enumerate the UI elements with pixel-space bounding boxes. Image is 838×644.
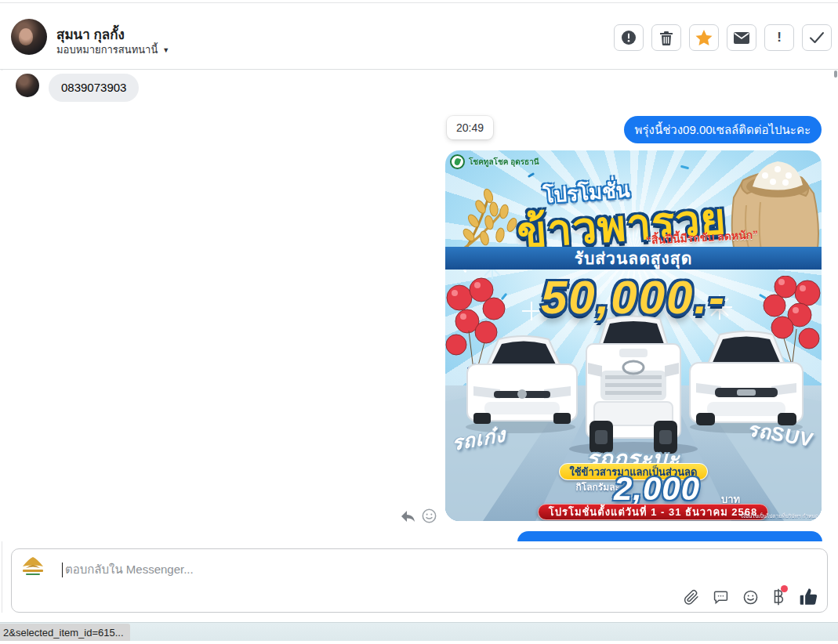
assign-conversation-dropdown[interactable]: มอบหมายการสนทนานี้ ▼ — [56, 42, 169, 58]
header-action-bar: ! — [614, 24, 832, 51]
paperclip-icon[interactable] — [684, 589, 699, 606]
reply-icon[interactable] — [401, 509, 415, 526]
poster-period-pill: โปรโมชั่นตั้งแต่วันที่ 1 - 31 ธันวาคม 25… — [538, 504, 768, 520]
mark-unread-button[interactable] — [727, 24, 756, 51]
timestamp-chip: 20:49 — [447, 116, 493, 139]
reply-placeholder: ตอบกลับใน Messenger... — [65, 560, 194, 579]
browser-status-url: 2&selected_item_id=615... — [0, 624, 130, 641]
saved-replies-icon[interactable] — [713, 589, 729, 605]
alert-circle-icon — [621, 30, 637, 45]
promo-image-attachment[interactable]: โชคทูลโชค อุดรธานี โปรโมชั่น ข้าวพารวย “… — [445, 150, 822, 521]
message-hover-actions — [401, 508, 437, 526]
exclamation-icon: ! — [777, 30, 782, 45]
sedan-car — [466, 336, 577, 433]
delete-button[interactable] — [651, 24, 681, 51]
outgoing-message-bubble[interactable]: พรุ่งนี้ช่วง09.00เซลล์ติดต่อไปนะคะ — [624, 116, 822, 143]
poster-fine-print: *เงื่อนไขเป็นไปตามที่บริษัทฯ กำหนด — [739, 512, 818, 520]
composer-toolbar — [684, 587, 819, 607]
suv-car — [690, 331, 803, 433]
poster-band: รับส่วนลดสูงสุด — [445, 247, 822, 270]
trash-icon — [659, 31, 673, 45]
mark-done-button[interactable] — [802, 24, 832, 51]
envelope-icon — [734, 32, 749, 44]
star-icon — [695, 30, 713, 46]
conversation-header: สุมนา กุลกั้ง มอบหมายการสนทนานี้ ▼ — [0, 3, 838, 70]
incoming-message-row: 0839073903 — [16, 74, 139, 102]
baht-payment-icon[interactable] — [772, 588, 785, 606]
assign-label: มอบหมายการสนทนานี้ — [56, 42, 158, 58]
chevron-down-icon: ▼ — [162, 46, 169, 54]
sender-avatar — [16, 74, 39, 97]
star-button[interactable] — [689, 24, 719, 51]
messenger-inbox-window: สุมนา กุลกั้ง มอบหมายการสนทนานี้ ▼ — [0, 0, 838, 644]
text-cursor — [62, 563, 63, 577]
dealer-logo: โชคทูลโชค อุดรธานี — [450, 154, 539, 169]
incoming-message-bubble[interactable]: 0839073903 — [49, 74, 139, 102]
dealer-badge-icon — [450, 154, 465, 169]
poster-price: 2,000 — [594, 470, 720, 508]
contact-avatar — [11, 19, 47, 55]
dealer-name: โชคทูลโชค อุดรธานี — [469, 156, 539, 168]
pickup-truck — [569, 317, 698, 457]
spam-button[interactable]: ! — [764, 24, 794, 51]
emoji-react-icon[interactable] — [422, 508, 437, 526]
like-icon[interactable] — [798, 587, 819, 607]
outgoing-message-bubble-partial[interactable] — [517, 531, 822, 541]
emoji-icon[interactable] — [742, 589, 759, 606]
page-logo — [18, 555, 48, 577]
scrollbar-thumb[interactable] — [834, 71, 837, 78]
reply-input[interactable]: ตอบกลับใน Messenger... — [62, 560, 194, 579]
check-icon — [809, 31, 825, 44]
notification-dot — [781, 585, 788, 592]
report-circle-button[interactable] — [614, 24, 644, 51]
reply-composer: ตอบกลับใน Messenger... — [11, 548, 828, 613]
message-thread: 0839073903 20:49 พรุ่งนี้ช่วง09.00เซลล์ต… — [0, 71, 838, 541]
